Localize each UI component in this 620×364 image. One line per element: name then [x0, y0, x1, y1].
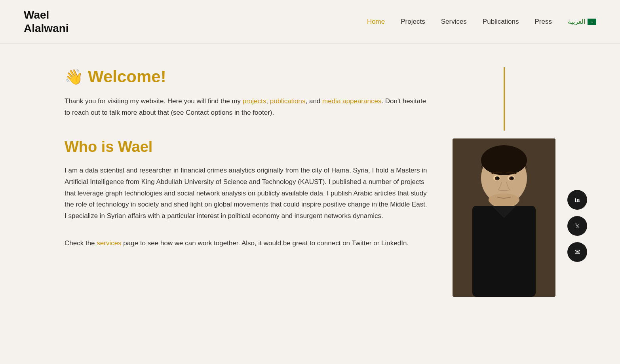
arabic-label: العربية: [568, 18, 585, 25]
svg-point-11: [511, 177, 513, 179]
welcome-section: 👋 Welcome! Thank you for visiting my web…: [65, 67, 429, 119]
email-icon: ✉: [574, 248, 580, 256]
link-media-appearances[interactable]: media appearances: [322, 97, 381, 105]
nav-services[interactable]: Services: [441, 18, 467, 26]
decorative-line: [504, 67, 505, 131]
nav-press[interactable]: Press: [535, 18, 552, 26]
who-section: Who is Wael I am a data scientist and re…: [65, 138, 429, 222]
link-services[interactable]: services: [97, 239, 121, 247]
linkedin-icon: in: [575, 197, 580, 203]
link-publications[interactable]: publications: [270, 97, 306, 105]
link-projects[interactable]: projects: [243, 97, 266, 105]
services-cta: Check the services page to see how we ca…: [65, 238, 429, 249]
comma1: ,: [266, 97, 270, 105]
svg-rect-13: [472, 206, 536, 297]
welcome-text-before: Thank you for visiting my website. Here …: [65, 97, 243, 105]
profile-photo: [453, 138, 555, 297]
sa-flag-icon: 🇸🇦: [588, 19, 596, 25]
svg-point-12: [488, 193, 520, 206]
svg-text:🇸🇦: 🇸🇦: [590, 21, 594, 24]
who-heading: Who is Wael: [65, 138, 429, 155]
nav-arabic[interactable]: 🇸🇦 العربية: [568, 18, 596, 25]
right-panel: in 𝕏 ✉: [453, 67, 555, 297]
and-text: , and: [306, 97, 323, 105]
nav-home[interactable]: Home: [367, 18, 385, 26]
welcome-heading: 👋 Welcome!: [65, 67, 429, 86]
site-logo[interactable]: Wael Alalwani: [24, 8, 69, 35]
site-header: Wael Alalwani Home Projects Services Pub…: [0, 0, 620, 44]
twitter-button[interactable]: 𝕏: [567, 216, 587, 236]
social-icons: in 𝕏 ✉: [567, 190, 587, 262]
services-text-after: page to see how we can work together. Al…: [122, 239, 409, 247]
welcome-paragraph: Thank you for visiting my website. Here …: [65, 96, 429, 119]
welcome-title: Welcome!: [88, 67, 166, 86]
email-button[interactable]: ✉: [567, 242, 587, 262]
who-bio: I am a data scientist and researcher in …: [65, 165, 429, 222]
nav-projects[interactable]: Projects: [401, 18, 425, 26]
twitter-icon: 𝕏: [575, 222, 580, 230]
site-title-line1: Wael: [24, 9, 49, 21]
svg-point-10: [496, 177, 499, 179]
content-area: 👋 Welcome! Thank you for visiting my web…: [65, 67, 429, 297]
main-nav: Home Projects Services Publications Pres…: [367, 18, 596, 26]
linkedin-button[interactable]: in: [567, 190, 587, 210]
nav-publications[interactable]: Publications: [483, 18, 519, 26]
services-text-before: Check the: [65, 239, 97, 247]
main-content: 👋 Welcome! Thank you for visiting my web…: [33, 44, 587, 320]
site-title-line2: Alalwani: [24, 22, 69, 34]
profile-photo-svg: [453, 138, 555, 297]
wave-emoji: 👋: [65, 68, 83, 85]
